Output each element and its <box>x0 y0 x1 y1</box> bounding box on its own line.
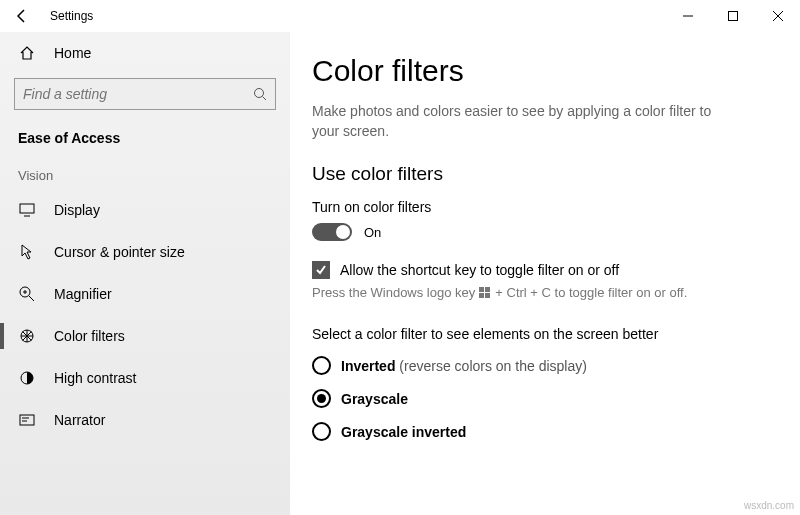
svg-point-4 <box>255 89 264 98</box>
sidebar-item-label: Color filters <box>54 328 125 344</box>
color-filters-icon <box>18 327 36 345</box>
filter-select-label: Select a color filter to see elements on… <box>312 326 778 342</box>
back-button[interactable] <box>0 0 44 32</box>
maximize-icon <box>728 11 738 21</box>
narrator-icon <box>18 411 36 429</box>
svg-rect-23 <box>479 293 484 298</box>
arrow-left-icon <box>15 9 29 23</box>
windows-logo-icon <box>479 287 491 299</box>
home-icon <box>18 44 36 62</box>
radio-label: Inverted <box>341 358 395 374</box>
titlebar: Settings <box>0 0 800 32</box>
radio-icon <box>312 389 331 408</box>
close-icon <box>773 11 783 21</box>
radio-grayscale[interactable]: Grayscale <box>312 389 778 408</box>
minimize-button[interactable] <box>665 0 710 32</box>
magnifier-icon <box>18 285 36 303</box>
shortcut-hint: Press the Windows logo key + Ctrl + C to… <box>312 285 778 300</box>
sidebar-item-label: High contrast <box>54 370 136 386</box>
home-label: Home <box>54 45 91 61</box>
sidebar-item-label: Narrator <box>54 412 105 428</box>
sidebar-item-color-filters[interactable]: Color filters <box>0 315 290 357</box>
sidebar-item-display[interactable]: Display <box>0 189 290 231</box>
sidebar-item-label: Display <box>54 202 100 218</box>
check-icon <box>315 264 327 276</box>
sidebar-item-narrator[interactable]: Narrator <box>0 399 290 441</box>
group-heading: Vision <box>0 160 290 189</box>
toggle-label: Turn on color filters <box>312 199 778 215</box>
radio-inverted[interactable]: Inverted (reverse colors on the display) <box>312 356 778 375</box>
svg-rect-22 <box>485 287 490 292</box>
maximize-button[interactable] <box>710 0 755 32</box>
checkbox-label: Allow the shortcut key to toggle filter … <box>340 262 619 278</box>
radio-label: Grayscale inverted <box>341 424 466 440</box>
radio-icon <box>312 422 331 441</box>
radio-icon <box>312 356 331 375</box>
sidebar-item-label: Cursor & pointer size <box>54 244 185 260</box>
section-heading: Use color filters <box>312 163 778 185</box>
close-button[interactable] <box>755 0 800 32</box>
display-icon <box>18 201 36 219</box>
radio-paren: (reverse colors on the display) <box>395 358 586 374</box>
sidebar-item-label: Magnifier <box>54 286 112 302</box>
home-nav[interactable]: Home <box>0 32 290 74</box>
sidebar-item-magnifier[interactable]: Magnifier <box>0 273 290 315</box>
cursor-icon <box>18 243 36 261</box>
svg-rect-1 <box>728 12 737 21</box>
main-panel: Color filters Make photos and colors eas… <box>290 32 800 515</box>
shortcut-checkbox[interactable] <box>312 261 330 279</box>
svg-rect-21 <box>479 287 484 292</box>
radio-label: Grayscale <box>341 391 408 407</box>
search-box[interactable] <box>14 78 276 110</box>
watermark: wsxdn.com <box>744 500 794 511</box>
svg-rect-6 <box>20 204 34 213</box>
sidebar-item-cursor[interactable]: Cursor & pointer size <box>0 231 290 273</box>
minimize-icon <box>683 11 693 21</box>
svg-rect-18 <box>20 415 34 425</box>
radio-grayscale-inverted[interactable]: Grayscale inverted <box>312 422 778 441</box>
page-description: Make photos and colors easier to see by … <box>312 102 732 141</box>
search-input[interactable] <box>23 86 253 102</box>
color-filters-toggle[interactable] <box>312 223 352 241</box>
category-heading: Ease of Access <box>0 120 290 160</box>
high-contrast-icon <box>18 369 36 387</box>
toggle-state: On <box>364 225 381 240</box>
svg-rect-24 <box>485 293 490 298</box>
search-icon <box>253 87 267 101</box>
sidebar-item-high-contrast[interactable]: High contrast <box>0 357 290 399</box>
window-title: Settings <box>50 9 93 23</box>
page-title: Color filters <box>312 54 778 88</box>
sidebar: Home Ease of Access Vision Display Curso… <box>0 32 290 515</box>
svg-line-5 <box>263 97 267 101</box>
svg-line-9 <box>29 296 34 301</box>
